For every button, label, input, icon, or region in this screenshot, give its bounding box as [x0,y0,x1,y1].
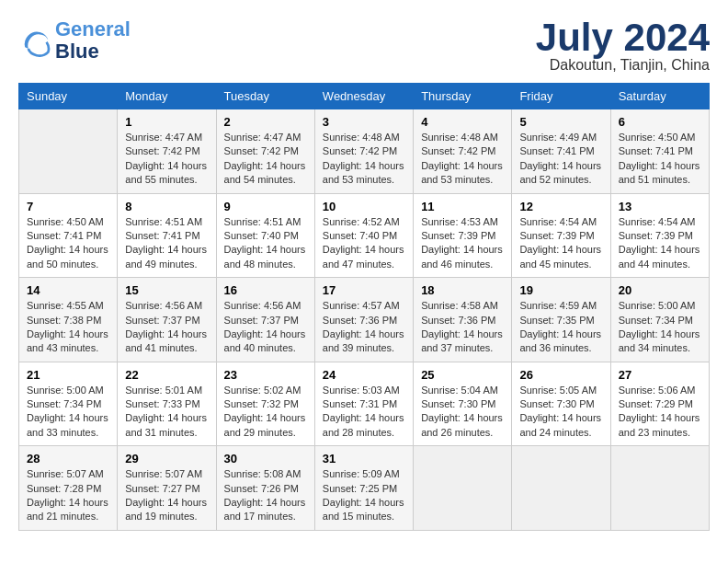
day-info: Sunrise: 4:52 AM Sunset: 7:40 PM Dayligh… [323,215,405,272]
calendar-cell: 11Sunrise: 4:53 AM Sunset: 7:39 PM Dayli… [414,193,512,278]
weekday-header-tuesday: Tuesday [216,84,314,109]
calendar-cell: 21Sunrise: 5:00 AM Sunset: 7:34 PM Dayli… [19,362,118,446]
calendar-cell: 9Sunrise: 4:51 AM Sunset: 7:40 PM Daylig… [216,193,314,278]
day-number: 19 [519,283,602,297]
calendar-cell: 10Sunrise: 4:52 AM Sunset: 7:40 PM Dayli… [314,193,413,278]
day-number: 13 [619,200,701,213]
logo-icon [18,24,51,57]
calendar-cell: 26Sunrise: 5:05 AM Sunset: 7:30 PM Dayli… [512,362,610,446]
day-number: 15 [125,283,208,297]
calendar-cell: 29Sunrise: 5:07 AM Sunset: 7:27 PM Dayli… [118,446,216,531]
calendar-cell: 17Sunrise: 4:57 AM Sunset: 7:36 PM Dayli… [314,278,413,362]
day-number: 10 [323,200,405,213]
day-info: Sunrise: 4:57 AM Sunset: 7:36 PM Dayligh… [323,299,405,356]
calendar-cell: 5Sunrise: 4:49 AM Sunset: 7:41 PM Daylig… [512,109,610,194]
day-info: Sunrise: 4:48 AM Sunset: 7:42 PM Dayligh… [421,131,504,188]
day-info: Sunrise: 4:56 AM Sunset: 7:37 PM Dayligh… [125,299,208,356]
day-number: 24 [323,368,405,382]
day-number: 30 [224,452,307,465]
calendar-cell: 2Sunrise: 4:47 AM Sunset: 7:42 PM Daylig… [216,109,314,194]
calendar-cell: 1Sunrise: 4:47 AM Sunset: 7:42 PM Daylig… [118,109,216,194]
week-row-4: 21Sunrise: 5:00 AM Sunset: 7:34 PM Dayli… [19,362,710,446]
day-number: 3 [323,115,405,129]
weekday-header-wednesday: Wednesday [314,84,413,109]
day-number: 9 [224,200,307,213]
calendar-cell [414,446,512,531]
calendar-cell: 30Sunrise: 5:08 AM Sunset: 7:26 PM Dayli… [216,446,314,531]
day-number: 11 [421,200,504,213]
day-number: 22 [125,368,208,382]
weekday-header-friday: Friday [512,84,610,109]
logo: GeneralBlue [18,18,131,63]
logo-text: GeneralBlue [55,18,131,63]
day-info: Sunrise: 5:00 AM Sunset: 7:34 PM Dayligh… [619,299,701,356]
day-number: 28 [27,452,109,465]
week-row-2: 7Sunrise: 4:50 AM Sunset: 7:41 PM Daylig… [19,193,710,278]
day-info: Sunrise: 5:09 AM Sunset: 7:25 PM Dayligh… [323,467,405,524]
day-info: Sunrise: 4:54 AM Sunset: 7:39 PM Dayligh… [619,215,701,272]
day-info: Sunrise: 4:50 AM Sunset: 7:41 PM Dayligh… [619,131,701,188]
calendar-cell: 3Sunrise: 4:48 AM Sunset: 7:42 PM Daylig… [314,109,413,194]
calendar-cell: 31Sunrise: 5:09 AM Sunset: 7:25 PM Dayli… [314,446,413,531]
day-number: 7 [27,200,109,213]
weekday-header-monday: Monday [118,84,216,109]
day-info: Sunrise: 5:05 AM Sunset: 7:30 PM Dayligh… [519,384,602,441]
day-info: Sunrise: 4:51 AM Sunset: 7:40 PM Dayligh… [224,215,307,272]
day-info: Sunrise: 4:55 AM Sunset: 7:38 PM Dayligh… [27,299,109,356]
day-number: 4 [421,115,504,129]
calendar-cell: 4Sunrise: 4:48 AM Sunset: 7:42 PM Daylig… [414,109,512,194]
day-info: Sunrise: 5:00 AM Sunset: 7:34 PM Dayligh… [27,384,109,441]
calendar-cell: 27Sunrise: 5:06 AM Sunset: 7:29 PM Dayli… [610,362,709,446]
day-info: Sunrise: 4:49 AM Sunset: 7:41 PM Dayligh… [519,131,602,188]
day-info: Sunrise: 4:50 AM Sunset: 7:41 PM Dayligh… [27,215,109,272]
calendar-cell: 13Sunrise: 4:54 AM Sunset: 7:39 PM Dayli… [610,193,709,278]
calendar-cell: 22Sunrise: 5:01 AM Sunset: 7:33 PM Dayli… [118,362,216,446]
calendar-cell: 19Sunrise: 4:59 AM Sunset: 7:35 PM Dayli… [512,278,610,362]
week-row-5: 28Sunrise: 5:07 AM Sunset: 7:28 PM Dayli… [19,446,710,531]
location: Dakoutun, Tianjin, China [536,57,710,74]
day-number: 12 [519,200,602,213]
day-info: Sunrise: 4:53 AM Sunset: 7:39 PM Dayligh… [421,215,504,272]
calendar-cell: 12Sunrise: 4:54 AM Sunset: 7:39 PM Dayli… [512,193,610,278]
week-row-3: 14Sunrise: 4:55 AM Sunset: 7:38 PM Dayli… [19,278,710,362]
calendar-cell: 24Sunrise: 5:03 AM Sunset: 7:31 PM Dayli… [314,362,413,446]
calendar-cell [19,109,118,194]
day-number: 14 [27,283,109,297]
day-info: Sunrise: 4:51 AM Sunset: 7:41 PM Dayligh… [125,215,208,272]
calendar-cell: 28Sunrise: 5:07 AM Sunset: 7:28 PM Dayli… [19,446,118,531]
day-info: Sunrise: 4:54 AM Sunset: 7:39 PM Dayligh… [519,215,602,272]
day-number: 16 [224,283,307,297]
day-info: Sunrise: 4:56 AM Sunset: 7:37 PM Dayligh… [224,299,307,356]
day-info: Sunrise: 5:07 AM Sunset: 7:28 PM Dayligh… [27,467,109,524]
month-title: July 2024 [536,18,710,57]
day-info: Sunrise: 5:03 AM Sunset: 7:31 PM Dayligh… [323,384,405,441]
calendar-cell: 15Sunrise: 4:56 AM Sunset: 7:37 PM Dayli… [118,278,216,362]
calendar-cell: 7Sunrise: 4:50 AM Sunset: 7:41 PM Daylig… [19,193,118,278]
day-number: 17 [323,283,405,297]
calendar-cell: 8Sunrise: 4:51 AM Sunset: 7:41 PM Daylig… [118,193,216,278]
day-info: Sunrise: 5:08 AM Sunset: 7:26 PM Dayligh… [224,467,307,524]
day-info: Sunrise: 5:07 AM Sunset: 7:27 PM Dayligh… [125,467,208,524]
calendar-cell: 16Sunrise: 4:56 AM Sunset: 7:37 PM Dayli… [216,278,314,362]
weekday-header-thursday: Thursday [414,84,512,109]
day-number: 21 [27,368,109,382]
day-info: Sunrise: 4:59 AM Sunset: 7:35 PM Dayligh… [519,299,602,356]
day-info: Sunrise: 5:04 AM Sunset: 7:30 PM Dayligh… [421,384,504,441]
calendar-cell: 20Sunrise: 5:00 AM Sunset: 7:34 PM Dayli… [610,278,709,362]
calendar-table: SundayMondayTuesdayWednesdayThursdayFrid… [18,83,710,531]
calendar-cell: 18Sunrise: 4:58 AM Sunset: 7:36 PM Dayli… [414,278,512,362]
day-number: 8 [125,200,208,213]
page-header: GeneralBlue July 2024 Dakoutun, Tianjin,… [18,18,710,74]
day-number: 31 [323,452,405,465]
calendar-cell: 14Sunrise: 4:55 AM Sunset: 7:38 PM Dayli… [19,278,118,362]
week-row-1: 1Sunrise: 4:47 AM Sunset: 7:42 PM Daylig… [19,109,710,194]
calendar-cell [610,446,709,531]
calendar-cell: 23Sunrise: 5:02 AM Sunset: 7:32 PM Dayli… [216,362,314,446]
calendar-cell [512,446,610,531]
day-number: 20 [619,283,701,297]
day-number: 27 [619,368,701,382]
day-number: 29 [125,452,208,465]
day-info: Sunrise: 4:47 AM Sunset: 7:42 PM Dayligh… [224,131,307,188]
day-info: Sunrise: 5:02 AM Sunset: 7:32 PM Dayligh… [224,384,307,441]
day-info: Sunrise: 4:48 AM Sunset: 7:42 PM Dayligh… [323,131,405,188]
